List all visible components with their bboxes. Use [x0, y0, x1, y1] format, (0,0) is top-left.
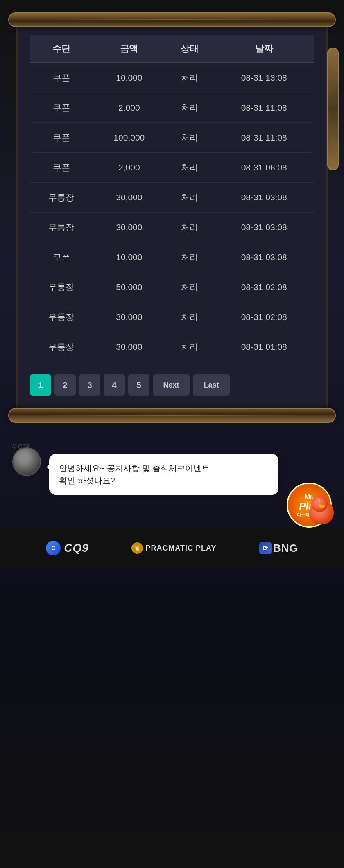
- cell-method: 쿠폰: [30, 123, 93, 153]
- table-row: 무통장 30,000 처리 08-31 02:08: [30, 302, 314, 332]
- cell-amount: 2,000: [93, 153, 166, 183]
- cell-status: 처리: [165, 213, 214, 242]
- cell-amount: 2,000: [93, 93, 166, 123]
- table-row: 무통장 30,000 처리 08-31 03:08: [30, 213, 314, 242]
- scroll-roller-bottom: [8, 408, 336, 423]
- cell-status: 처리: [165, 183, 214, 213]
- chat-bubble: 안녕하세요~ 공지사항 및 출석체크이벤트 확인 하셧나요?: [49, 454, 278, 495]
- cell-method: 쿠폰: [30, 242, 93, 272]
- cell-method: 무통장: [30, 272, 93, 302]
- cell-status: 처리: [165, 153, 214, 183]
- cell-method: 쿠폰: [30, 63, 93, 93]
- cell-date: 08-31 02:08: [214, 302, 315, 332]
- table-row: 무통장 30,000 처리 08-31 01:08: [30, 332, 314, 362]
- cell-method: 쿠폰: [30, 153, 93, 183]
- cell-amount: 100,000: [93, 123, 166, 153]
- page-4-button[interactable]: 4: [104, 374, 125, 396]
- page-2-button[interactable]: 2: [54, 374, 76, 396]
- table-container: 수단 금액 상태 날짜 쿠폰 10,000 처리 08-31 13:08 쿠폰 …: [18, 35, 326, 362]
- cell-amount: 30,000: [93, 213, 166, 242]
- footer-area: © CQ9 안녕하세요~ 공지사항 및 출석체크이벤트 확인 하셧나요? Mr.…: [0, 423, 344, 577]
- cell-amount: 10,000: [93, 242, 166, 272]
- cell-status: 처리: [165, 302, 214, 332]
- table-row: 무통장 30,000 처리 08-31 03:08: [30, 183, 314, 213]
- cell-status: 처리: [165, 123, 214, 153]
- table-row: 쿠폰 100,000 처리 08-31 11:08: [30, 123, 314, 153]
- page-5-button[interactable]: 5: [128, 374, 149, 396]
- cell-status: 처리: [165, 242, 214, 272]
- pragmatic-label: PRAGMATIC PLAY: [145, 544, 216, 553]
- cq9-label: CQ9: [64, 542, 89, 555]
- cell-date: 08-31 11:08: [214, 123, 315, 153]
- pragmatic-logo: ♛ PRAGMATIC PLAY: [131, 542, 216, 554]
- cell-method: 무통장: [30, 332, 93, 362]
- transactions-table: 수단 금액 상태 날짜 쿠폰 10,000 처리 08-31 13:08 쿠폰 …: [30, 35, 314, 362]
- bng-logo: ⟳ BNG: [259, 542, 298, 555]
- cell-method: 쿠폰: [30, 93, 93, 123]
- cell-date: 08-31 11:08: [214, 93, 315, 123]
- cell-amount: 10,000: [93, 63, 166, 93]
- table-header-row: 수단 금액 상태 날짜: [30, 35, 314, 63]
- cell-date: 08-31 03:08: [214, 183, 315, 213]
- cell-amount: 30,000: [93, 332, 166, 362]
- cell-date: 08-31 06:08: [214, 153, 315, 183]
- scroll-handle: [327, 48, 339, 170]
- scroll-body: 수단 금액 상태 날짜 쿠폰 10,000 처리 08-31 13:08 쿠폰 …: [16, 27, 328, 408]
- cell-method: 무통장: [30, 302, 93, 332]
- copyright-text: © CQ9: [12, 443, 332, 450]
- cell-amount: 30,000: [93, 183, 166, 213]
- cell-date: 08-31 02:08: [214, 272, 315, 302]
- bng-icon: ⟳: [259, 542, 272, 554]
- cell-status: 처리: [165, 63, 214, 93]
- page-3-button[interactable]: 3: [79, 374, 100, 396]
- cq9-logo: C CQ9: [46, 541, 89, 555]
- chat-avatar: [12, 447, 41, 476]
- cell-method: 무통장: [30, 183, 93, 213]
- cell-date: 08-31 01:08: [214, 332, 315, 362]
- pragmatic-icon-group: ♛ PRAGMATIC PLAY: [131, 542, 216, 554]
- cell-status: 처리: [165, 93, 214, 123]
- bng-label: BNG: [273, 542, 298, 555]
- cell-method: 무통장: [30, 213, 93, 242]
- table-row: 쿠폰 2,000 처리 08-31 11:08: [30, 93, 314, 123]
- scroll-frame: 수단 금액 상태 날짜 쿠폰 10,000 처리 08-31 13:08 쿠폰 …: [16, 0, 328, 423]
- table-row: 무통장 50,000 처리 08-31 02:08: [30, 272, 314, 302]
- cell-amount: 50,000: [93, 272, 166, 302]
- chat-message: 안녕하세요~ 공지사항 및 출석체크이벤트 확인 하셧나요?: [59, 462, 269, 487]
- table-row: 쿠폰 10,000 처리 08-31 13:08: [30, 63, 314, 93]
- cell-date: 08-31 03:08: [214, 242, 315, 272]
- table-row: 쿠폰 2,000 처리 08-31 06:08: [30, 153, 314, 183]
- header-date: 날짜: [214, 35, 315, 63]
- bird-mascot: [307, 496, 336, 528]
- header-status: 상태: [165, 35, 214, 63]
- next-button[interactable]: Next: [153, 374, 190, 396]
- table-row: 쿠폰 10,000 처리 08-31 03:08: [30, 242, 314, 272]
- cell-status: 처리: [165, 272, 214, 302]
- pagination: 1 2 3 4 5 Next Last: [18, 362, 326, 400]
- header-amount: 금액: [93, 35, 166, 63]
- page-1-button[interactable]: 1: [30, 374, 51, 396]
- pragmatic-crown-icon: ♛: [131, 542, 143, 554]
- header-method: 수단: [30, 35, 93, 63]
- last-button[interactable]: Last: [193, 374, 230, 396]
- cq9-icon: C: [46, 541, 61, 555]
- scroll-roller-top: [8, 12, 336, 27]
- cell-date: 08-31 13:08: [214, 63, 315, 93]
- cell-date: 08-31 03:08: [214, 213, 315, 242]
- cell-status: 처리: [165, 332, 214, 362]
- brand-footer: C CQ9 ♛ PRAGMATIC PLAY ⟳ BNG: [0, 528, 344, 569]
- cell-amount: 30,000: [93, 302, 166, 332]
